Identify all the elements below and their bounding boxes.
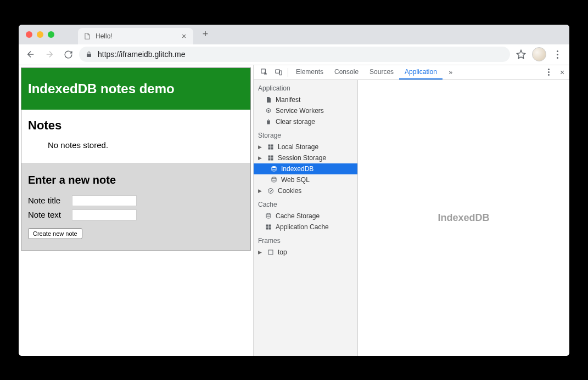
window-close-button[interactable] — [26, 31, 32, 38]
sidebar-item-indexeddb[interactable]: IndexedDB — [254, 163, 357, 174]
form-heading: Enter a new note — [28, 174, 244, 186]
new-note-form: Enter a new note Note title Note text Cr… — [21, 163, 250, 250]
bookmark-button[interactable] — [513, 49, 529, 59]
devtools-tab-sources[interactable]: Sources — [364, 65, 399, 80]
grid-icon — [267, 154, 275, 162]
browser-window: Hello! × + https://iframeidb.glitch.me — [19, 25, 569, 356]
svg-point-16 — [271, 190, 272, 191]
devtools-body: Application Manifest Service Workers Cle… — [254, 80, 569, 356]
svg-rect-8 — [268, 155, 271, 157]
sidebar-item-cache-storage[interactable]: Cache Storage — [254, 211, 357, 222]
sidebar-item-service-workers[interactable]: Service Workers — [254, 105, 357, 116]
browser-tab[interactable]: Hello! × — [78, 28, 193, 44]
page-icon — [83, 32, 91, 40]
back-button[interactable] — [23, 47, 38, 62]
cookie-icon — [267, 187, 275, 195]
app-title: IndexedDB notes demo — [28, 81, 175, 96]
sidebar-item-websql[interactable]: Web SQL — [254, 174, 357, 185]
devtools-tab-elements[interactable]: Elements — [290, 65, 329, 80]
svg-rect-23 — [268, 250, 273, 254]
device-toolbar-button[interactable] — [271, 65, 285, 80]
expand-icon: ▶ — [258, 155, 264, 161]
svg-point-14 — [268, 188, 273, 193]
sidebar-item-label: Service Workers — [276, 107, 324, 115]
devtools-tab-application[interactable]: Application — [399, 65, 443, 80]
new-tab-button[interactable]: + — [198, 27, 213, 42]
app-header: IndexedDB notes demo — [21, 68, 250, 110]
sidebar-item-label: Cookies — [278, 187, 301, 195]
expand-icon: ▶ — [258, 188, 264, 194]
sidebar-item-label: Web SQL — [281, 176, 310, 184]
svg-rect-5 — [271, 144, 273, 146]
sidebar-item-top-frame[interactable]: ▶ top — [254, 247, 357, 258]
sidebar-item-cookies[interactable]: ▶ Cookies — [254, 185, 357, 196]
create-note-button[interactable]: Create new note — [28, 228, 82, 239]
note-title-input[interactable] — [72, 195, 137, 206]
sidebar-item-local-storage[interactable]: ▶ Local Storage — [254, 141, 357, 152]
window-minimize-button[interactable] — [37, 31, 43, 38]
content-area: IndexedDB notes demo Notes No notes stor… — [19, 65, 569, 356]
sidebar-item-label: Clear storage — [276, 118, 315, 126]
sidebar-item-application-cache[interactable]: Application Cache — [254, 222, 357, 232]
group-title-cache: Cache — [254, 196, 357, 211]
notes-empty-text: No notes stored. — [28, 140, 244, 150]
svg-point-18 — [266, 213, 271, 215]
svg-point-3 — [268, 110, 270, 111]
page-viewport: IndexedDB notes demo Notes No notes stor… — [19, 65, 254, 356]
address-bar[interactable]: https://iframeidb.glitch.me — [79, 47, 510, 62]
svg-rect-20 — [269, 224, 271, 226]
lock-icon — [86, 51, 93, 58]
sidebar-item-label: Session Storage — [278, 154, 326, 162]
grid-icon — [265, 223, 272, 231]
svg-rect-7 — [271, 147, 273, 149]
database-icon — [270, 165, 278, 173]
svg-rect-19 — [266, 224, 268, 226]
reload-button[interactable] — [60, 47, 76, 62]
group-title-application: Application — [254, 80, 357, 94]
expand-icon: ▶ — [258, 249, 264, 255]
devtools-more-tabs-button[interactable]: » — [443, 65, 459, 80]
document-icon — [265, 96, 272, 104]
gear-icon — [265, 107, 272, 115]
grid-icon — [267, 143, 275, 151]
window-controls — [19, 31, 61, 38]
sidebar-item-clear-storage[interactable]: Clear storage — [254, 116, 357, 127]
note-text-input[interactable] — [72, 209, 137, 220]
tab-close-icon[interactable]: × — [180, 32, 188, 41]
svg-rect-21 — [266, 227, 268, 229]
devtools-menu-button[interactable] — [542, 65, 555, 80]
svg-rect-22 — [269, 227, 271, 229]
group-title-storage: Storage — [254, 127, 357, 141]
svg-rect-11 — [271, 158, 273, 160]
svg-rect-9 — [271, 155, 273, 157]
trash-icon — [265, 118, 272, 126]
note-title-label: Note title — [28, 196, 68, 205]
devtools-placeholder-text: IndexedDB — [438, 212, 489, 224]
sidebar-item-manifest[interactable]: Manifest — [254, 94, 357, 105]
devtools-close-button[interactable]: × — [555, 65, 569, 80]
sidebar-item-label: Local Storage — [278, 143, 318, 151]
window-maximize-button[interactable] — [48, 31, 54, 38]
url-text: https://iframeidb.glitch.me — [98, 50, 186, 59]
svg-point-17 — [270, 191, 271, 192]
sidebar-item-label: IndexedDB — [281, 165, 313, 173]
browser-menu-button[interactable] — [550, 50, 565, 59]
expand-icon: ▶ — [258, 144, 264, 150]
forward-button[interactable] — [42, 47, 57, 62]
group-title-frames: Frames — [254, 232, 357, 247]
svg-point-12 — [272, 166, 276, 168]
notes-section: Notes No notes stored. — [21, 110, 250, 163]
inspect-element-button[interactable] — [257, 65, 271, 80]
tab-title: Hello! — [96, 32, 176, 40]
svg-point-15 — [270, 190, 270, 190]
devtools-tab-console[interactable]: Console — [329, 65, 364, 80]
application-sidebar: Application Manifest Service Workers Cle… — [254, 80, 358, 356]
tab-strip: Hello! × + — [19, 25, 569, 44]
sidebar-item-session-storage[interactable]: ▶ Session Storage — [254, 152, 357, 163]
profile-avatar[interactable] — [532, 47, 546, 61]
svg-rect-4 — [268, 144, 271, 146]
svg-point-13 — [272, 177, 276, 179]
database-icon — [270, 176, 278, 184]
note-text-label: Note text — [28, 210, 68, 219]
devtools-main-panel: IndexedDB — [358, 80, 569, 356]
